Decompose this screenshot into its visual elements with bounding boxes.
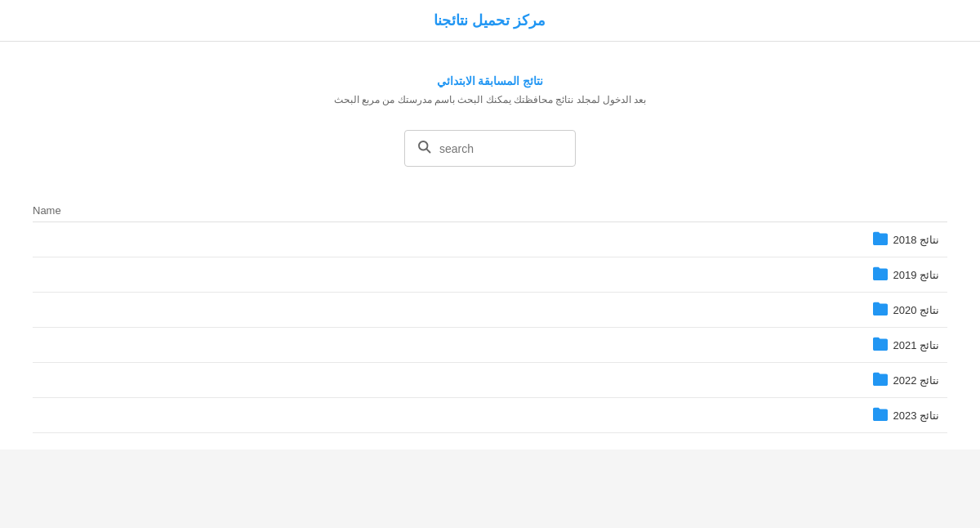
file-item-label: نتائج 2021 (893, 339, 939, 351)
search-icon (416, 139, 431, 158)
search-input[interactable] (439, 142, 564, 155)
subtitle-title: نتائج المسابقة الابتدائي (16, 74, 964, 87)
file-list-container: Name نتائج 2018 نتائج 2019 نتائج 2020 (33, 199, 947, 433)
subtitle-description: بعد الدخول لمجلد نتائج محافظتك يمكنك الب… (16, 94, 964, 105)
file-item-label: نتائج 2019 (893, 269, 939, 281)
name-column-header: Name (33, 204, 61, 217)
folder-icon (871, 230, 889, 248)
site-header: مركز تحميل نتائجنا (0, 0, 980, 42)
list-item[interactable]: نتائج 2022 (33, 363, 947, 398)
file-item-label: نتائج 2018 (893, 234, 939, 246)
folder-icon (871, 406, 889, 424)
file-item-label: نتائج 2023 (893, 409, 939, 422)
search-box (404, 130, 576, 167)
file-list-header: Name (33, 199, 947, 222)
folder-icon (871, 301, 889, 319)
list-item[interactable]: نتائج 2023 (33, 398, 947, 433)
subtitle-area: نتائج المسابقة الابتدائي بعد الدخول لمجل… (16, 74, 964, 105)
list-item[interactable]: نتائج 2020 (33, 293, 947, 328)
list-item[interactable]: نتائج 2021 (33, 328, 947, 363)
folder-icon (871, 336, 889, 354)
svg-line-1 (426, 149, 430, 152)
list-item[interactable]: نتائج 2019 (33, 257, 947, 293)
file-list: نتائج 2018 نتائج 2019 نتائج 2020 نتائج (33, 222, 947, 433)
folder-icon (871, 266, 889, 284)
list-item[interactable]: نتائج 2018 (33, 222, 947, 257)
folder-icon (871, 371, 889, 389)
search-container (16, 130, 964, 167)
site-title: مركز تحميل نتائجنا (434, 12, 546, 29)
main-content: نتائج المسابقة الابتدائي بعد الدخول لمجل… (0, 42, 980, 450)
file-item-label: نتائج 2020 (893, 304, 939, 316)
file-item-label: نتائج 2022 (893, 374, 939, 387)
